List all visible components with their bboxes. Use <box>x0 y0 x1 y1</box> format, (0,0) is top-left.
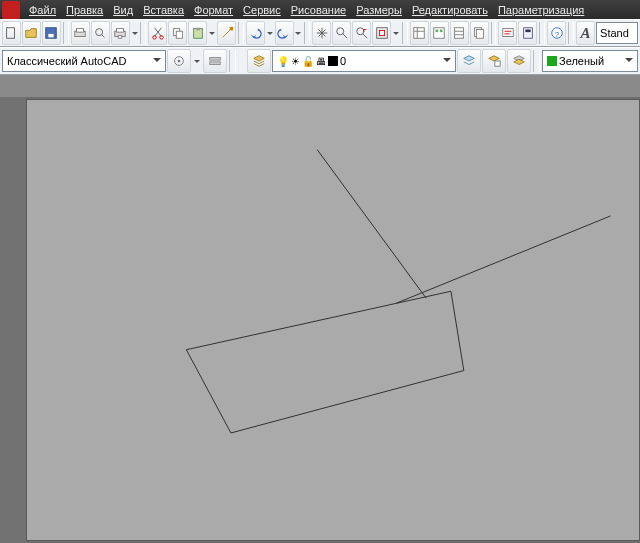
svg-rect-19 <box>379 30 384 35</box>
menubar: Файл Правка Вид Вставка Формат Сервис Ри… <box>0 0 640 19</box>
redo-icon[interactable] <box>275 21 294 45</box>
sheet-icon[interactable] <box>470 21 489 45</box>
layer-state-icons: 💡 ☀ 🔓 🖶 <box>277 56 340 67</box>
menu-dim[interactable]: Размеры <box>351 2 407 18</box>
svg-rect-14 <box>196 28 200 31</box>
open-icon[interactable] <box>22 21 41 45</box>
match-icon[interactable] <box>217 21 236 45</box>
svg-rect-20 <box>414 28 425 39</box>
svg-rect-8 <box>119 36 123 39</box>
paste-icon[interactable] <box>188 21 207 45</box>
svg-rect-15 <box>229 27 233 31</box>
svg-rect-0 <box>7 28 15 39</box>
layer-state-icon[interactable] <box>482 49 506 73</box>
props-icon[interactable] <box>410 21 429 45</box>
color-combo[interactable]: Зеленый <box>542 50 638 72</box>
svg-point-33 <box>178 60 181 63</box>
publish-dropdown-icon[interactable] <box>131 22 139 44</box>
paste-dropdown-icon[interactable] <box>208 22 216 44</box>
menu-modify[interactable]: Редактировать <box>407 2 493 18</box>
dcenter-icon[interactable] <box>430 21 449 45</box>
menu-param[interactable]: Параметризация <box>493 2 589 18</box>
save-icon[interactable] <box>42 21 61 45</box>
svg-rect-4 <box>77 29 84 33</box>
svg-rect-18 <box>376 28 387 39</box>
plot-icon[interactable] <box>71 21 90 45</box>
undo-icon[interactable] <box>246 21 265 45</box>
plot-layer-icon: 🖶 <box>316 56 326 67</box>
redo-dropdown-icon[interactable] <box>295 22 303 44</box>
separator <box>140 22 146 44</box>
layer-value: 0 <box>340 55 346 67</box>
zoomprev-icon[interactable] <box>352 21 371 45</box>
sun-icon: ☀ <box>291 56 300 67</box>
layer-iso-icon[interactable] <box>507 49 531 73</box>
undo-dropdown-icon[interactable] <box>266 22 274 44</box>
app-logo-icon[interactable] <box>2 1 20 19</box>
svg-rect-34 <box>210 58 221 61</box>
menu-edit[interactable]: Правка <box>61 2 108 18</box>
workspace-combo[interactable]: Классический AutoCAD <box>2 50 166 72</box>
separator <box>63 22 69 44</box>
menu-format[interactable]: Формат <box>189 2 238 18</box>
layer-filter-icon[interactable] <box>457 49 481 73</box>
ws-toolbar-icon[interactable] <box>203 49 227 73</box>
pan-icon[interactable] <box>312 21 331 45</box>
left-gutter <box>0 97 26 543</box>
svg-rect-7 <box>117 29 124 33</box>
svg-rect-2 <box>49 34 54 38</box>
layer-combo[interactable]: 💡 ☀ 🔓 🖶 0 <box>272 50 456 72</box>
zoom-dropdown-icon[interactable] <box>392 22 400 44</box>
new-icon[interactable] <box>2 21 21 45</box>
svg-line-38 <box>396 216 610 303</box>
menu-tools[interactable]: Сервис <box>238 2 286 18</box>
separator <box>533 50 540 72</box>
menu-draw[interactable]: Рисование <box>286 2 351 18</box>
preview-icon[interactable] <box>91 21 110 45</box>
separator <box>238 22 244 44</box>
separator <box>402 22 408 44</box>
menu-file[interactable]: Файл <box>24 2 61 18</box>
menu-insert[interactable]: Вставка <box>138 2 189 18</box>
publish-icon[interactable] <box>111 21 130 45</box>
help-icon[interactable]: ? <box>547 21 566 45</box>
svg-rect-35 <box>210 62 221 65</box>
color-swatch <box>547 56 557 66</box>
svg-line-37 <box>317 150 426 299</box>
svg-rect-26 <box>476 30 483 39</box>
svg-rect-24 <box>455 28 464 39</box>
svg-point-17 <box>356 28 363 35</box>
menu-view[interactable]: Вид <box>108 2 138 18</box>
drawing-content <box>27 100 639 540</box>
svg-rect-23 <box>440 30 443 33</box>
separator <box>539 22 545 44</box>
textstyle-value: Stand <box>600 27 629 39</box>
svg-rect-22 <box>436 30 439 33</box>
separator <box>568 22 574 44</box>
svg-rect-29 <box>525 30 530 33</box>
markup-icon[interactable] <box>498 21 517 45</box>
ws-settings-icon[interactable] <box>167 49 191 73</box>
textstyle-field[interactable]: Stand <box>596 22 638 44</box>
zoom-icon[interactable] <box>332 21 351 45</box>
layer-color-swatch <box>328 56 338 66</box>
svg-point-5 <box>96 29 103 36</box>
copy-icon[interactable] <box>168 21 187 45</box>
color-value: Зеленый <box>559 55 604 67</box>
svg-rect-28 <box>524 28 533 39</box>
ws-dropdown-icon[interactable] <box>192 50 202 72</box>
textstyle-icon[interactable]: A <box>576 21 595 45</box>
calc-icon[interactable] <box>518 21 537 45</box>
svg-rect-12 <box>176 31 182 38</box>
bulb-icon: 💡 <box>277 56 289 67</box>
separator <box>229 50 236 72</box>
drawing-canvas[interactable] <box>26 99 640 541</box>
svg-rect-27 <box>503 29 514 37</box>
separator <box>304 22 310 44</box>
cut-icon[interactable] <box>148 21 167 45</box>
toolpal-icon[interactable] <box>450 21 469 45</box>
zoomext-icon[interactable] <box>372 21 391 45</box>
layer-mgr-icon[interactable] <box>247 49 271 73</box>
workspace-value: Классический AutoCAD <box>7 55 126 67</box>
svg-rect-21 <box>434 28 445 39</box>
